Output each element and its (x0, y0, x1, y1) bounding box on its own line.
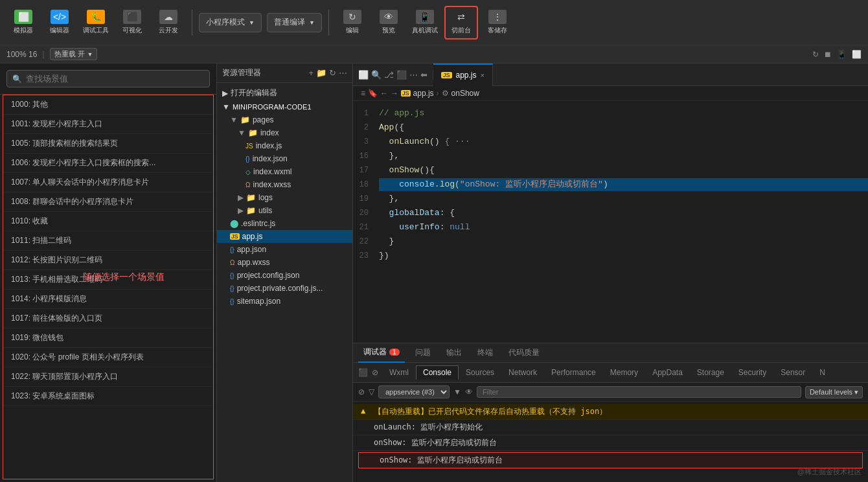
pages-folder[interactable]: ▼ 📁 pages (217, 113, 352, 126)
compile-mode-dropdown[interactable]: 小程序模式 ▼ (199, 13, 262, 32)
more-tabs-icon[interactable]: ⋯ (409, 70, 418, 80)
memory-tab[interactable]: Memory (603, 365, 645, 380)
scene-list-item[interactable]: 1000: 其他 (3, 95, 213, 115)
folder-icon: 📁 (246, 206, 256, 215)
utils-folder[interactable]: ▶ 📁 utils (217, 204, 352, 217)
breadcrumb-file[interactable]: app.js (413, 89, 434, 98)
app-json-file[interactable]: {} app.json (217, 243, 352, 256)
index-js-file[interactable]: JS index.js (217, 139, 352, 152)
open-editors-section[interactable]: ▶ 打开的编辑器 (217, 86, 352, 100)
scene-list-item[interactable]: 1012: 长按图片识别二维码 (3, 251, 213, 270)
extensions-icon[interactable]: ⬛ (396, 70, 407, 80)
bookmark-icon[interactable]: 🔖 (368, 89, 378, 98)
scene-list-item[interactable]: 1001: 发现栏小程序主入口 (3, 115, 213, 134)
terminal-tab[interactable]: 终端 (472, 343, 498, 363)
scene-list-item[interactable]: 1022: 聊天顶部置顶小程序入口 (3, 367, 213, 387)
cut-front-btn[interactable]: ⇄ 切前台 (444, 6, 478, 40)
scene-list-item[interactable]: 1006: 发现栏小程序主入口搜索框的搜索... (3, 154, 213, 173)
security-tab[interactable]: Security (731, 365, 773, 380)
storage-tab[interactable]: Storage (690, 365, 731, 380)
split-icon[interactable]: ⬜ (358, 70, 369, 80)
breadcrumb-nav-icon[interactable]: ≡ (361, 89, 365, 98)
preview-label: 预览 (382, 26, 395, 35)
wxml-tab[interactable]: Wxml (382, 365, 416, 380)
index-wxml-file[interactable]: ◇ index.wxml (217, 165, 352, 178)
eye-icon[interactable]: 👁 (465, 387, 473, 396)
console-filter-icon[interactable]: ▽ (369, 387, 374, 396)
refresh-btn[interactable]: ↻ 编辑 (336, 6, 369, 40)
project-private-file[interactable]: {} project.private.config.js... (217, 282, 352, 295)
scene-list-item[interactable]: 1007: 单人聊天会话中的小程序消息卡片 (3, 173, 213, 192)
new-file-icon[interactable]: + (308, 68, 314, 78)
debug-btn[interactable]: 🐛 调试工具 (79, 6, 113, 40)
refresh-tree-icon[interactable]: ↻ (329, 68, 336, 78)
service-select[interactable]: appservice (#3) (378, 385, 450, 398)
scene-list-item[interactable]: 1014: 小程序模版消息 (3, 290, 213, 309)
app-js-file[interactable]: JS app.js (217, 230, 352, 243)
scene-list-item[interactable]: 1008: 群聊会话中的小程序消息卡片 (3, 192, 213, 212)
index-wxss-file[interactable]: Ω index.wxss (217, 178, 352, 191)
cloud-btn[interactable]: ☁ 云开发 (152, 6, 185, 40)
app-wxss-file[interactable]: Ω app.wxss (217, 256, 352, 269)
breadcrumb-back[interactable]: ← (380, 89, 388, 98)
appdata-tab[interactable]: AppData (645, 365, 690, 380)
scene-list-item[interactable]: 1017: 前往体验版的入口页 (3, 309, 213, 328)
logs-folder[interactable]: ▶ 📁 logs (217, 191, 352, 204)
code-quality-tab[interactable]: 代码质量 (503, 343, 545, 363)
real-debug-btn[interactable]: 📱 真机调试 (408, 6, 442, 40)
debugger-tab[interactable]: 调试器 1 (358, 343, 405, 363)
expand-icon[interactable]: ⬜ (852, 50, 862, 59)
search-input-wrapper[interactable]: 🔍 (6, 70, 210, 87)
output-tab[interactable]: 输出 (441, 343, 467, 363)
tab-filename: app.js (456, 71, 477, 80)
chevron-down-icon: ▼ (222, 102, 230, 111)
source-control-icon[interactable]: ⎇ (384, 70, 394, 80)
console-tab[interactable]: Console (416, 365, 459, 380)
simulator-btn[interactable]: ⬜ 模拟器 (6, 6, 40, 40)
sitemap-file[interactable]: {} sitemap.json (217, 295, 352, 308)
stop-icon[interactable]: ⏹ (824, 50, 832, 59)
visualize-btn[interactable]: ⬛ 可视化 (115, 6, 149, 40)
preview-btn[interactable]: 👁 预览 (372, 6, 405, 40)
collapse-tree-icon[interactable]: ⋯ (339, 68, 347, 78)
scene-list-item[interactable]: 1019: 微信钱包 (3, 328, 213, 348)
tab-close-btn[interactable]: × (481, 71, 485, 79)
compile-type-dropdown[interactable]: 普通编译 ▼ (267, 13, 322, 32)
sensor-tab[interactable]: Sensor (773, 365, 812, 380)
performance-tab[interactable]: Performance (544, 365, 603, 380)
issues-tab[interactable]: 问题 (410, 343, 436, 363)
project-root-section[interactable]: ▼ MINIPROGRAM-CODE1 (217, 100, 352, 113)
console-filter-input[interactable] (477, 386, 801, 398)
more-tab[interactable]: N (812, 365, 832, 380)
debug-icon: 🐛 (87, 10, 105, 24)
project-config-file[interactable]: {} project.config.json (217, 269, 352, 282)
editor-btn[interactable]: </> 编辑器 (43, 6, 76, 40)
breadcrumb-function[interactable]: onShow (451, 89, 479, 98)
default-levels-dropdown[interactable]: Default levels ▾ (805, 386, 863, 398)
network-tab[interactable]: Network (501, 365, 544, 380)
index-folder[interactable]: ▼ 📁 index (217, 126, 352, 139)
scene-list-item[interactable]: 1023: 安卓系统桌面图标 (3, 387, 213, 406)
bottom-panel: 调试器 1 问题 输出 终端 代码质量 (353, 343, 868, 482)
devtools-icon-2[interactable]: ⊘ (372, 368, 378, 377)
scene-list-item[interactable]: 1010: 收藏 (3, 212, 213, 231)
scene-list-item[interactable]: 1020: 公众号 profile 页相关小程序列表 (3, 348, 213, 367)
index-json-file[interactable]: {} index.json (217, 152, 352, 165)
scene-list-item[interactable]: 1005: 顶部搜索框的搜索结果页 (3, 134, 213, 154)
scene-list-item[interactable]: 1011: 扫描二维码 (3, 231, 213, 251)
scene-search-input[interactable] (26, 74, 204, 84)
app-js-tab[interactable]: JS app.js × (433, 63, 493, 86)
console-clear-icon[interactable]: ⊘ (358, 387, 365, 396)
breadcrumb-forward[interactable]: → (391, 89, 398, 98)
search-in-files-icon[interactable]: 🔍 (371, 70, 382, 80)
eslintrc-file[interactable]: ⬤ .eslintrc.js (217, 217, 352, 230)
sources-tab[interactable]: Sources (459, 365, 501, 380)
new-folder-icon[interactable]: 📁 (316, 68, 326, 78)
tab-scroll-icon[interactable]: ⬅ (420, 70, 428, 80)
scene-list-item[interactable]: 1013: 手机相册选取二维码 (3, 270, 213, 290)
refresh-icon-small[interactable]: ↻ (812, 50, 819, 59)
hot-reload-btn[interactable]: 热重载 开 ▼ (50, 48, 98, 60)
app-json-label: app.json (237, 245, 266, 254)
devtools-icon-1[interactable]: ⬛ (358, 368, 368, 377)
save-btn[interactable]: ⋮ 客储存 (481, 6, 514, 40)
